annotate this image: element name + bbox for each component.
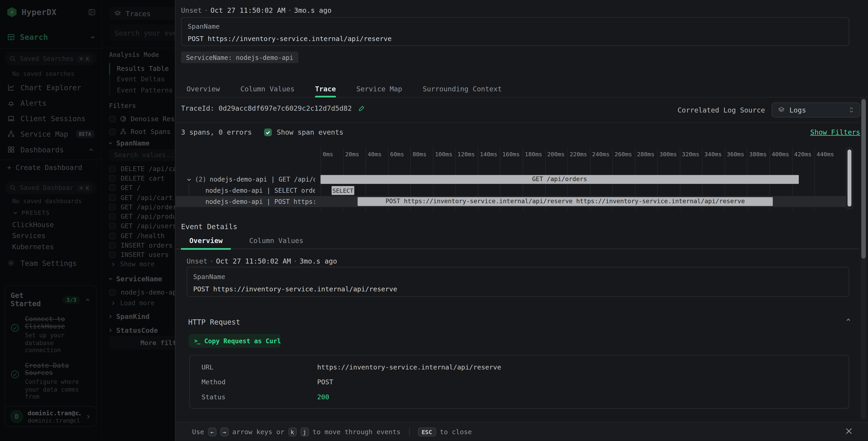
spans-summary: 3 spans, 0 errors (181, 128, 252, 136)
axis-tick: 260ms (615, 151, 632, 157)
span-bar[interactable]: POST https://inventory-service.internal/… (358, 197, 773, 206)
axis-tick: 140ms (480, 151, 497, 157)
close-icon[interactable] (845, 428, 852, 435)
axis-tick: 340ms (704, 151, 722, 157)
key-k: k (288, 427, 297, 436)
axis-tick: 80ms (412, 151, 427, 157)
edit-icon[interactable] (358, 105, 365, 112)
spanname-card: SpanName POST https://inventory-service.… (181, 17, 849, 46)
axis-tick: 120ms (458, 151, 475, 157)
axis-tick: 240ms (592, 151, 610, 157)
log-source-select[interactable]: Logs (772, 102, 860, 118)
key-arrow-left: ← (208, 427, 216, 436)
app-root: ⚡ HyperDX Search Saved Searches ⌘ K No s… (0, 0, 868, 441)
trace-id-row: TraceId: 0d29acc8df697e7c6029c2c12d7d5d8… (181, 104, 365, 112)
waterfall-scrollbar[interactable] (846, 147, 853, 209)
footer-text: to move through events (313, 428, 401, 436)
span-row-label: (2)nodejs-demo-api | GET /api/orders (186, 174, 315, 185)
tab-overview[interactable]: Overview (186, 81, 220, 97)
span-bar[interactable]: GET /api/orders (320, 175, 799, 184)
axis-tick: 180ms (525, 151, 542, 157)
axis-tick: 320ms (682, 151, 700, 157)
key-j: j (300, 427, 309, 436)
http-field-status: Status200 (190, 389, 849, 404)
terminal-icon: >_ (194, 338, 200, 344)
axis-tick: 60ms (390, 151, 404, 157)
span-row-1[interactable]: nodejs-demo-api | SELECT ordersSELECT (176, 185, 846, 196)
show-span-events-checkbox[interactable] (264, 128, 272, 136)
span-row-2[interactable]: nodejs-demo-api | POST https://inventory… (176, 196, 846, 207)
divider (176, 122, 859, 123)
axis-tick: 100ms (435, 151, 453, 157)
span-row-label: nodejs-demo-api | SELECT orders (206, 185, 315, 196)
copy-curl-button[interactable]: >_ Copy Request as Curl (189, 334, 281, 348)
layers-icon (778, 107, 785, 114)
axis-tick: 40ms (368, 151, 381, 157)
axis-tick: 280ms (637, 151, 654, 157)
tab-service-map[interactable]: Service Map (356, 81, 402, 97)
service-tag[interactable]: ServiceName: nodejs-demo-api (181, 52, 298, 63)
http-field-value: 200 (317, 393, 329, 401)
panel-scrollbar[interactable] (861, 97, 866, 420)
axis-tick: 400ms (772, 151, 789, 157)
updown-chevrons-icon (849, 107, 854, 114)
axis-tick: 420ms (794, 151, 812, 157)
axis-tick: 0ms (323, 151, 333, 157)
trace-side-panel: Unset·Oct 27 11:50:02 AM·3mo.s ago SpanN… (175, 0, 868, 441)
axis-tick: 20ms (345, 151, 359, 157)
axis-tick: 220ms (570, 151, 587, 157)
http-request-title: HTTP Request (188, 318, 240, 326)
spanname-label: SpanName (193, 273, 225, 281)
http-field-value: https://inventory-service.internal/api/r… (317, 363, 501, 371)
axis-tick: 380ms (749, 151, 767, 157)
tab-column-values[interactable]: Column Values (241, 81, 294, 97)
correlated-log-source: Correlated Log Source Logs (678, 102, 860, 118)
tab-surrounding-context[interactable]: Surrounding Context (423, 81, 502, 97)
http-field-value: POST (317, 378, 333, 386)
spanname-label: SpanName (188, 23, 220, 31)
collapse-section-icon[interactable] (845, 317, 851, 323)
footer-text: Use (192, 428, 204, 436)
spans-summary-row: 3 spans, 0 errors Show span events Show … (181, 128, 860, 136)
event-details-tabs: OverviewColumn Values (176, 233, 859, 249)
trace-waterfall: 0ms20ms40ms60ms80ms100ms120ms140ms160ms1… (176, 143, 854, 214)
divider (409, 427, 409, 436)
http-field-url: URLhttps://inventory-service.internal/ap… (190, 359, 849, 375)
span-row-0[interactable]: (2)nodejs-demo-api | GET /api/ordersGET … (176, 174, 846, 185)
spanname-card: SpanName POST https://inventory-service.… (186, 267, 849, 297)
span-bar[interactable]: SELECT (332, 186, 354, 195)
spanname-value: POST https://inventory-service.internal/… (188, 35, 392, 42)
key-esc: ESC (417, 427, 436, 436)
trace-id-value: 0d29acc8df697e7c6029c2c12d7d5d82 (219, 104, 352, 112)
axis-tick: 200ms (547, 151, 565, 157)
tab-trace[interactable]: Trace (315, 81, 336, 97)
event-meta: Unset·Oct 27 11:50:02 AM·3mo.s ago (186, 257, 337, 265)
axis-tick: 440ms (816, 151, 834, 157)
footer-text: to close (440, 428, 472, 436)
key-arrow-right: → (220, 427, 228, 436)
http-request-table: URLhttps://inventory-service.internal/ap… (189, 355, 849, 409)
event-details-tab-column-values[interactable]: Column Values (241, 233, 312, 249)
axis-tick: 300ms (659, 151, 677, 157)
event-meta: Unset·Oct 27 11:50:02 AM·3mo.s ago (181, 6, 332, 14)
show-filters-link[interactable]: Show Filters (810, 128, 860, 136)
keyboard-hints-bar: Use←→arrow keys orkjto move through even… (176, 422, 868, 441)
http-field-method: MethodPOST (190, 374, 849, 389)
axis-tick: 160ms (502, 151, 520, 157)
axis-tick: 360ms (727, 151, 744, 157)
chevron-down-icon[interactable] (186, 176, 192, 182)
event-details-title: Event Details (181, 223, 237, 231)
spanname-value: POST https://inventory-service.internal/… (193, 285, 397, 293)
span-row-label: nodejs-demo-api | POST https://inventory… (206, 196, 315, 207)
show-span-events-label: Show span events (277, 128, 343, 136)
footer-text: arrow keys or (232, 428, 284, 436)
event-details-tab-overview[interactable]: Overview (181, 233, 231, 249)
panel-tabs: OverviewColumn ValuesTraceService MapSur… (176, 81, 868, 97)
